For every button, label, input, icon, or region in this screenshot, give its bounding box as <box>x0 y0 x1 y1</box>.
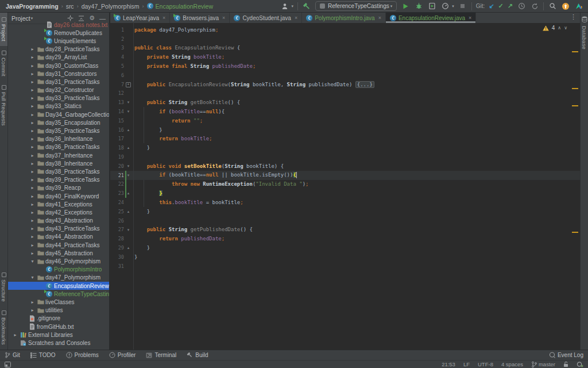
tree-chevron-icon[interactable]: ▸ <box>29 71 36 76</box>
tree-item[interactable]: CPolymorphismIntro <box>8 266 109 274</box>
run-button[interactable] <box>401 2 410 11</box>
tree-chevron-icon[interactable]: ▸ <box>29 103 36 109</box>
tree-item[interactable]: ▸day45_Abstraction <box>8 249 109 257</box>
breadcrumb-segment[interactable]: day47_Polymorphism <box>82 3 140 10</box>
code-line[interactable]: 30} <box>110 252 580 262</box>
user-profile-icon[interactable] <box>280 2 289 11</box>
tree-item[interactable]: ▸day40_FinalKeyword <box>8 192 109 200</box>
breadcrumb-current-class[interactable]: CEncapsulationReview <box>147 3 213 10</box>
code-line[interactable]: 17 return bookTitle; <box>110 135 580 144</box>
fold-marker-icon[interactable]: ▴ <box>124 207 133 216</box>
tree-chevron-icon[interactable]: ▸ <box>29 128 36 133</box>
tree-chevron-icon[interactable]: ▸ <box>29 308 36 313</box>
tree-chevron-icon[interactable]: ▸ <box>29 63 36 68</box>
tree-item[interactable]: ▸day36_PracticeTasks <box>8 143 109 151</box>
code-line[interactable]: 24 this.bookTitle = bookTitle; <box>110 198 580 207</box>
toolwindow-button-profiler[interactable]: Profiler <box>109 352 136 358</box>
tree-chevron-icon[interactable]: ▸ <box>29 194 36 199</box>
code-line[interactable]: 16▴ } <box>110 125 580 135</box>
tree-chevron-icon[interactable]: ▾ <box>29 259 36 264</box>
editor-tab[interactable]: CBrowsers.java× <box>170 13 230 23</box>
code-line[interactable]: 6 <box>110 71 580 80</box>
tree-item[interactable]: CEncapsulationReview <box>8 282 109 290</box>
fold-marker-icon[interactable]: ▴ <box>124 243 133 252</box>
editor-tab[interactable]: CCydeoStudent.java× <box>230 13 302 23</box>
tree-item[interactable]: ▸day42_Exceptions <box>8 208 109 216</box>
error-stripe-mark[interactable] <box>572 88 578 89</box>
fold-marker-icon[interactable]: + <box>124 80 133 89</box>
run-configuration-select[interactable]: ReferenceTypeCastings ▾ <box>315 1 397 11</box>
tree-item[interactable]: ▸Day34_GarbageCollection <box>8 110 109 118</box>
code-line[interactable]: 25▴ } <box>110 207 580 216</box>
tree-item[interactable]: ▸liveClasses <box>8 298 109 306</box>
tree-chevron-icon[interactable]: ▸ <box>29 161 36 166</box>
toolwindow-button-git[interactable]: Git <box>5 352 20 358</box>
tree-chevron-icon[interactable]: ▸ <box>29 55 36 60</box>
sidebar-item-project[interactable]: Project <box>0 13 7 46</box>
error-stripe-mark[interactable] <box>572 51 578 52</box>
fold-marker-icon[interactable]: ▾ <box>124 107 133 116</box>
search-everywhere-icon[interactable] <box>548 2 557 11</box>
tree-item[interactable]: ▸utilities <box>8 306 109 315</box>
tree-item[interactable]: ▸day38_Inheritance <box>8 159 109 167</box>
history-clock-icon[interactable] <box>517 2 526 11</box>
prev-warning-icon[interactable]: ∧ <box>558 25 561 30</box>
tree-chevron-icon[interactable]: ▸ <box>29 120 36 125</box>
code-line[interactable]: 14▾ if (bookTitle==null){ <box>110 107 580 116</box>
error-stripe-mark[interactable] <box>572 232 578 233</box>
fold-marker-icon[interactable]: ▾ <box>124 98 133 107</box>
tree-item[interactable]: CUniqueElements <box>8 37 109 45</box>
fold-marker-icon[interactable]: ▾ <box>124 225 133 235</box>
code-line[interactable]: 12 <box>110 89 580 98</box>
tree-chevron-icon[interactable]: ▸ <box>29 169 36 174</box>
code-with-me-icon[interactable] <box>574 2 583 11</box>
toolwindow-button-problems[interactable]: Problems <box>66 352 99 358</box>
line-separator[interactable]: LF <box>463 361 470 367</box>
next-warning-icon[interactable]: ∨ <box>564 25 567 30</box>
close-icon[interactable]: × <box>378 15 381 21</box>
tree-chevron-icon[interactable]: ▸ <box>29 226 36 231</box>
code-line[interactable]: 13▾ public String getBookTitle() { <box>110 98 580 107</box>
tree-chevron-icon[interactable]: ▸ <box>29 218 36 223</box>
tree-item[interactable]: ▸day32_Constructor <box>8 86 109 94</box>
tree-chevron-icon[interactable]: ▸ <box>29 210 36 215</box>
tree-chevron-icon[interactable]: ▸ <box>29 136 36 141</box>
tree-item[interactable]: ▸day39_Reacp <box>8 184 109 192</box>
close-icon[interactable]: × <box>469 15 471 21</box>
code-editor[interactable]: 1package day47_Polymorphism;23public cla… <box>110 23 580 350</box>
tree-item[interactable]: CReferenceTypeCastings <box>8 290 109 298</box>
code-line[interactable]: 23▴ } <box>110 189 580 198</box>
tree-item[interactable]: ▸day33_Statics <box>8 102 109 110</box>
tree-chevron-icon[interactable]: ▸ <box>29 87 36 93</box>
tree-chevron-icon[interactable]: ▾ <box>29 275 36 280</box>
editor-tab[interactable]: CEncapsulationReview.java× <box>386 13 476 23</box>
tree-item[interactable]: ▸day35_PracticeTasks <box>8 126 109 135</box>
tree-item[interactable]: ▸day33_PracticeTasks <box>8 94 109 102</box>
tree-item[interactable]: ▸day35_Encapsulation <box>8 118 109 126</box>
tree-chevron-icon[interactable]: ▸ <box>29 177 36 182</box>
code-line[interactable]: 27▾ public String getPublishedDate() { <box>110 225 580 235</box>
tree-item[interactable]: ▸day43_Abstraction <box>8 217 109 225</box>
code-line[interactable]: 31 <box>110 262 580 271</box>
git-update-icon[interactable]: ↙ <box>489 2 494 10</box>
sidebar-item-structure[interactable]: Structure <box>0 268 7 306</box>
code-line[interactable]: 2 <box>110 34 580 44</box>
tree-chevron-icon[interactable]: ▸ <box>11 332 19 338</box>
code-line[interactable]: 7+ public EncapsulationReview(String boo… <box>110 80 580 89</box>
tree-item[interactable]: ▸day37_Inheritance <box>8 151 109 159</box>
fold-marker-icon[interactable]: ▴ <box>124 143 133 152</box>
tool-window-switcher-icon[interactable] <box>5 362 11 367</box>
tree-item[interactable]: ▸External Libraries <box>8 331 109 339</box>
file-encoding[interactable]: UTF-8 <box>478 361 493 367</box>
sidebar-item-pull-requests[interactable]: Pull Requests <box>0 80 7 131</box>
tree-item[interactable]: ▸day28_PracticeTasks <box>8 45 109 53</box>
fold-marker-icon[interactable]: ▾ <box>124 162 133 171</box>
stop-button[interactable] <box>458 2 467 11</box>
tree-item[interactable]: Scratches and Consoles <box>8 339 109 346</box>
tree-chevron-icon[interactable]: ▸ <box>29 251 36 256</box>
tree-item[interactable]: ▸day39_PracticeTasks <box>8 176 109 184</box>
tree-item[interactable]: ▸day30_CustomClass <box>8 62 109 70</box>
git-branch-name[interactable]: master <box>539 361 555 367</box>
ide-update-icon[interactable] <box>561 2 570 11</box>
build-hammer-icon[interactable] <box>302 2 311 11</box>
